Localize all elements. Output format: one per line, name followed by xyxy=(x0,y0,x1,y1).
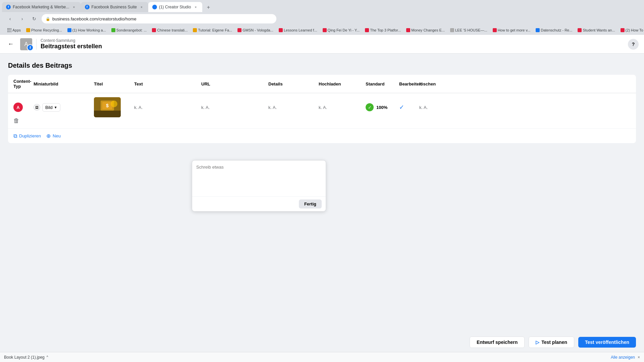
text-cell[interactable]: k. A. xyxy=(201,105,268,110)
bookmark-label-qing: Qing Fei De Yi - Y... xyxy=(328,28,360,32)
test-plan-icon: ▷ xyxy=(536,340,539,345)
logo-area: A f xyxy=(20,38,32,50)
upload-cell: ✓ 100% xyxy=(366,103,399,111)
delete-cell[interactable]: 🗑 xyxy=(13,117,34,124)
reload-button[interactable]: ↻ xyxy=(30,14,39,23)
text-popup: Fertig xyxy=(192,160,326,212)
veroffentlichen-button[interactable]: Test veröffentlichen xyxy=(578,337,636,348)
col-header-upload: Hochladen xyxy=(319,81,366,86)
bookmark-money[interactable]: Money Changes E... xyxy=(404,27,447,33)
bookmark-phone[interactable]: Phone Recycling... xyxy=(24,27,64,33)
forward-nav-button[interactable]: › xyxy=(17,14,27,23)
bookmark-sonder[interactable]: Sonderangebot: ... xyxy=(109,27,149,33)
back-button[interactable]: ← xyxy=(5,39,16,50)
bookmark-working[interactable]: (1) How Working a... xyxy=(65,27,108,33)
help-icon: ? xyxy=(632,42,635,47)
bookmark-icon-gmsn xyxy=(237,28,241,32)
alle-anzeigen-link[interactable]: Alle anzeigen xyxy=(611,355,635,360)
bookmark-lee[interactable]: LEE 'S HOUSE—... xyxy=(448,27,489,33)
thumbnail-svg: $ xyxy=(94,97,121,117)
new-button[interactable]: ⊕ Neu xyxy=(46,133,61,139)
details-cell: k. A. xyxy=(319,105,366,110)
lock-icon: 🔒 xyxy=(46,17,50,21)
tab-business-suite[interactable]: f Facebook Business Suite × xyxy=(81,2,148,12)
duplicate-label: Duplizieren xyxy=(19,133,41,138)
main-content: Details des Beitrags Content-Typ Miniatu… xyxy=(0,54,644,362)
help-button[interactable]: ? xyxy=(628,39,639,50)
bookmark-student[interactable]: Student Wants an... xyxy=(576,27,617,33)
svg-text:$: $ xyxy=(106,103,109,108)
bookmark-gmsn[interactable]: GMSN - Vologda... xyxy=(235,27,275,33)
standard-cell[interactable]: ✓ xyxy=(399,104,419,111)
duplicate-button[interactable]: ⧉ Duplizieren xyxy=(13,133,41,139)
type-dropdown[interactable]: Bild ▼ xyxy=(42,103,60,112)
col-header-text: Text xyxy=(134,81,201,86)
bookmark-label-howtoadd: (2) How To Add A... xyxy=(626,28,644,32)
url-bar[interactable]: 🔒 business.facebook.com/creatorstudio/ho… xyxy=(42,14,276,23)
svg-point-5 xyxy=(111,101,117,107)
bookmark-top3[interactable]: The Top 3 Platfor... xyxy=(363,27,403,33)
bookmarks-bar: Apps Phone Recycling... (1) How Working … xyxy=(0,25,644,35)
tab-creator-studio[interactable]: (1) Creator Studio × xyxy=(148,2,202,12)
bookmark-label-chinese: Chinese translati... xyxy=(157,28,187,32)
bookmark-label-tutorial: Tutorial: Eigene Fa... xyxy=(198,28,232,32)
delete-icon[interactable]: 🗑 xyxy=(13,117,19,124)
download-chevron-icon[interactable]: ^ xyxy=(47,355,48,359)
bookmark-icon-student xyxy=(578,28,582,32)
entwurf-button[interactable]: Entwurf speichern xyxy=(470,337,525,348)
bookmark-tutorial[interactable]: Tutorial: Eigene Fa... xyxy=(191,27,234,33)
new-label: Neu xyxy=(53,133,61,138)
bookmark-chinese[interactable]: Chinese translati... xyxy=(150,27,190,33)
tab-close-1[interactable]: × xyxy=(71,4,77,10)
content-type-selector[interactable]: 🖼 Bild ▼ xyxy=(34,103,94,112)
bookmark-label-getmore: How to get more v... xyxy=(498,28,531,32)
fertig-button[interactable]: Fertig xyxy=(299,199,322,208)
text-popup-content xyxy=(192,161,326,196)
upload-check-icon: ✓ xyxy=(366,103,374,111)
tab-close-3[interactable]: × xyxy=(193,4,198,10)
title-value: k. A. xyxy=(134,105,143,110)
test-plan-label: Test planen xyxy=(541,340,567,345)
bookmark-label-gmsn: GMSN - Vologda... xyxy=(243,28,273,32)
col-header-delete: löschen xyxy=(419,81,460,86)
apps-icon xyxy=(7,28,11,32)
download-filename: Book Layout 2 (1).jpeg xyxy=(4,355,45,360)
bookmark-icon-tutorial xyxy=(193,28,197,32)
bookmark-getmore[interactable]: How to get more v... xyxy=(491,27,533,33)
bookmark-datenschutz[interactable]: Datenschutz - Re... xyxy=(534,27,574,33)
bookmark-label-phone: Phone Recycling... xyxy=(31,28,62,32)
fb-logo: f xyxy=(27,44,34,51)
thumbnail-cell: $ xyxy=(94,97,134,117)
type-label: Bild xyxy=(45,105,53,110)
back-nav-button[interactable]: ‹ xyxy=(5,14,15,23)
bookmark-qing[interactable]: Qing Fei De Yi - Y... xyxy=(321,27,362,33)
tab-add-button[interactable]: + xyxy=(204,3,213,12)
text-input[interactable] xyxy=(196,165,322,191)
bookmark-icon-qing xyxy=(323,28,327,32)
bottom-action-bar: Entwurf speichern ▷ Test planen Test ver… xyxy=(462,333,644,352)
bookmark-label-student: Student Wants an... xyxy=(583,28,615,32)
test-plan-button[interactable]: ▷ Test planen xyxy=(529,337,574,348)
bookmark-lessons[interactable]: Lessons Learned f... xyxy=(277,27,319,33)
section-title: Details des Beitrags xyxy=(8,62,636,69)
thumbnail-image: $ xyxy=(94,97,121,117)
address-bar: ‹ › ↻ 🔒 business.facebook.com/creatorstu… xyxy=(0,12,644,25)
tab-facebook-marketing[interactable]: f Facebook Marketing & Werbe... × xyxy=(2,2,81,12)
tab-close-2[interactable]: × xyxy=(139,4,144,10)
download-close-button[interactable]: × xyxy=(638,355,640,360)
col-header-thumbnail: Miniaturbild xyxy=(34,81,94,86)
title-cell: k. A. xyxy=(134,105,201,110)
bookmark-label-working: (1) How Working a... xyxy=(72,28,106,32)
bookmark-label-money: Money Changes E... xyxy=(411,28,445,32)
duplicate-icon: ⧉ xyxy=(13,133,17,139)
bookmark-apps[interactable]: Apps xyxy=(5,27,23,33)
bookmark-howtoadd[interactable]: (2) How To Add A... xyxy=(619,27,644,33)
edit-cell: k. A. xyxy=(419,105,460,110)
bookmark-icon-chinese xyxy=(152,28,156,32)
bookmark-icon-lee xyxy=(450,28,454,32)
download-item: Book Layout 2 (1).jpeg ^ xyxy=(4,355,48,360)
bookmark-icon-datenschutz xyxy=(536,28,540,32)
bookmark-label-top3: The Top 3 Platfor... xyxy=(370,28,401,32)
col-header-details: Details xyxy=(268,81,319,86)
bookmark-icon-getmore xyxy=(493,28,497,32)
